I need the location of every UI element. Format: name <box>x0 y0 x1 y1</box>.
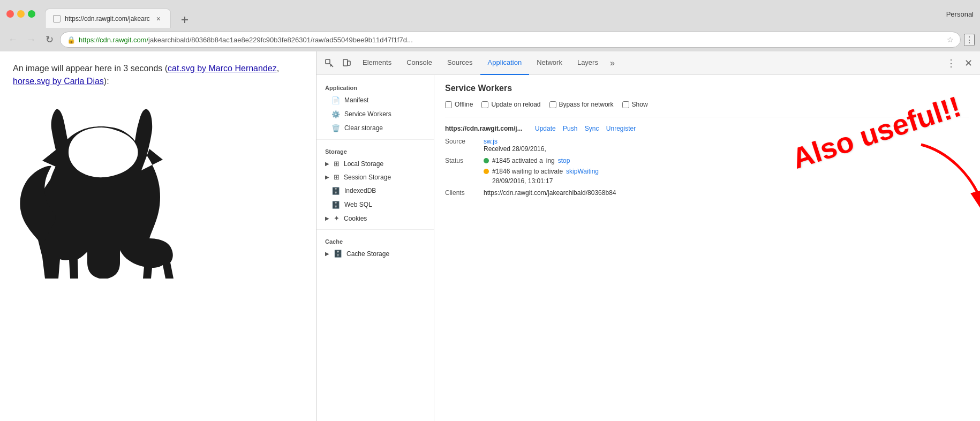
tab-application[interactable]: Application <box>480 51 530 75</box>
update-link[interactable]: Update <box>535 125 556 132</box>
reload-button[interactable]: ↻ <box>42 32 57 47</box>
status-value: #1845 activated a ing stop #1846 waiting… <box>484 157 599 185</box>
devtools-body: Application 📄 Manifest ⚙️ Service Worker… <box>316 75 980 421</box>
url-path: jakearchibald/80368b84ac1ae8e229fc90b3fe… <box>148 36 413 44</box>
new-tab-button[interactable] <box>171 12 199 28</box>
local-storage-grid-icon: ⊞ <box>334 160 340 168</box>
tab-layers[interactable]: Layers <box>570 51 606 75</box>
status-label: Status <box>445 157 477 185</box>
page-text-after: ): <box>104 77 109 86</box>
service-workers-icon: ⚙️ <box>331 110 340 118</box>
bookmark-button[interactable]: ☆ <box>947 35 954 44</box>
source-field: Source sw.js Received 28/09/2016, <box>445 138 969 153</box>
sidebar-item-service-workers[interactable]: ⚙️ Service Workers <box>316 107 434 121</box>
sidebar-item-web-sql-label: Web SQL <box>344 201 372 208</box>
sidebar-item-clear-storage[interactable]: 🗑️ Clear storage <box>316 121 434 135</box>
offline-label: Offline <box>455 101 473 108</box>
update-on-reload-checkbox[interactable] <box>481 101 488 108</box>
maximize-window-button[interactable] <box>28 10 35 18</box>
sidebar-item-cache-storage[interactable]: ▶ 🗄️ Cache Storage <box>316 247 434 260</box>
back-button[interactable]: ← <box>5 32 20 47</box>
sidebar-item-web-sql[interactable]: 🗄️ Web SQL <box>316 198 434 212</box>
devtools-sidebar: Application 📄 Manifest ⚙️ Service Worker… <box>316 75 434 421</box>
sidebar-item-session-storage[interactable]: ▶ ⊞ Session Storage <box>316 170 434 184</box>
device-toolbar-button[interactable] <box>338 55 355 72</box>
sidebar-section-cache: Cache <box>316 234 434 247</box>
clients-label: Clients <box>445 189 477 197</box>
url-origin: https://cdn.rawgit.com/ <box>79 36 148 44</box>
horse-svg-link[interactable]: horse.svg by Carla Dias <box>13 77 104 86</box>
push-link[interactable]: Push <box>563 125 577 132</box>
sync-link[interactable]: Sync <box>585 125 599 132</box>
title-bar: https://cdn.rawgit.com/jakearc × Persona… <box>0 0 980 28</box>
status2-date: 28/09/2016, 13:01:17 <box>484 177 599 185</box>
sidebar-item-manifest-label: Manifest <box>344 96 368 104</box>
sidebar-item-cache-storage-label: Cache Storage <box>346 250 389 258</box>
more-tabs-button[interactable]: » <box>606 51 619 75</box>
bypass-option: Bypass for network <box>549 101 614 108</box>
devtools-right-buttons: ⋮ ✕ <box>944 56 976 71</box>
minimize-window-button[interactable] <box>17 10 25 18</box>
clients-value: https://cdn.rawgit.com/jakearchibald/803… <box>484 189 616 197</box>
devtools-more-button[interactable]: ⋮ <box>944 56 959 71</box>
tab-network[interactable]: Network <box>529 51 570 75</box>
sidebar-section-storage: Storage <box>316 144 434 157</box>
svg-rect-3 <box>343 59 348 66</box>
traffic-lights <box>6 10 35 18</box>
unregister-link[interactable]: Unregister <box>606 125 636 132</box>
offline-checkbox[interactable] <box>445 101 452 108</box>
chrome-menu-button[interactable]: ⋮ <box>964 34 975 46</box>
session-storage-arrow: ▶ <box>325 174 329 180</box>
sidebar-item-local-storage[interactable]: ▶ ⊞ Local Storage <box>316 157 434 170</box>
browser-tab[interactable]: https://cdn.rawgit.com/jakearc × <box>45 9 171 28</box>
tab-console[interactable]: Console <box>399 51 440 75</box>
link-separator: , <box>277 64 279 73</box>
update-on-reload-label: Update on reload <box>491 101 540 108</box>
sidebar-item-local-storage-label: Local Storage <box>344 160 383 168</box>
sidebar-item-indexeddb[interactable]: 🗄️ IndexedDB <box>316 184 434 198</box>
status-dot-green <box>484 158 489 163</box>
sidebar-item-manifest[interactable]: 📄 Manifest <box>316 93 434 107</box>
address-bar[interactable]: 🔒 https://cdn.rawgit.com/jakearchibald/8… <box>60 32 961 48</box>
sidebar-divider-1 <box>316 139 434 140</box>
bypass-label: Bypass for network <box>559 101 614 108</box>
web-sql-icon: 🗄️ <box>331 200 340 209</box>
page-content: An image will appear here in 3 seconds (… <box>0 51 316 421</box>
tab-elements[interactable]: Elements <box>355 51 399 75</box>
browser-content: An image will appear here in 3 seconds (… <box>0 51 980 421</box>
cache-storage-arrow: ▶ <box>325 251 329 257</box>
status1-suffix: ing <box>546 157 555 164</box>
sidebar-item-clear-storage-label: Clear storage <box>344 124 383 132</box>
element-picker-button[interactable] <box>321 55 338 72</box>
skip-waiting-link[interactable]: skipWaiting <box>566 168 599 175</box>
cat-svg-link[interactable]: cat.svg by Marco Hernandez <box>168 64 277 73</box>
manifest-icon: 📄 <box>331 96 340 104</box>
panel-title: Service Workers <box>445 84 969 93</box>
bypass-checkbox[interactable] <box>549 101 556 108</box>
sw-url-text: https://cdn.rawgit.com/j... <box>445 125 523 132</box>
sidebar-item-indexeddb-label: IndexedDB <box>344 187 376 194</box>
devtools-close-button[interactable]: ✕ <box>961 56 976 71</box>
browser-window: https://cdn.rawgit.com/jakearc × Persona… <box>0 0 980 421</box>
devtools-panel: Elements Console Sources Application Net… <box>316 51 980 421</box>
tab-sources[interactable]: Sources <box>440 51 480 75</box>
tab-bar: https://cdn.rawgit.com/jakearc × <box>45 0 199 28</box>
sidebar-item-service-workers-label: Service Workers <box>344 110 391 118</box>
show-checkbox[interactable] <box>622 101 629 108</box>
close-window-button[interactable] <box>6 10 14 18</box>
update-on-reload-option: Update on reload <box>481 101 540 108</box>
source-link[interactable]: sw.js <box>484 138 497 145</box>
session-storage-grid-icon: ⊞ <box>334 173 340 181</box>
cache-storage-icon: 🗄️ <box>334 250 342 258</box>
secure-icon: 🔒 <box>67 36 76 44</box>
sidebar-item-cookies[interactable]: ▶ ✦ Cookies <box>316 212 434 225</box>
cat-svg <box>13 96 195 300</box>
stop-link[interactable]: stop <box>558 157 570 164</box>
forward-button[interactable]: → <box>24 32 39 47</box>
devtools-tab-bar: Elements Console Sources Application Net… <box>316 51 980 75</box>
tab-favicon <box>53 15 61 22</box>
service-worker-entry: https://cdn.rawgit.com/j... Update Push … <box>445 117 969 197</box>
clients-field: Clients https://cdn.rawgit.com/jakearchi… <box>445 189 969 197</box>
tab-close-button[interactable]: × <box>154 14 163 23</box>
status-row-2: #1846 waiting to activate skipWaiting <box>484 168 599 175</box>
